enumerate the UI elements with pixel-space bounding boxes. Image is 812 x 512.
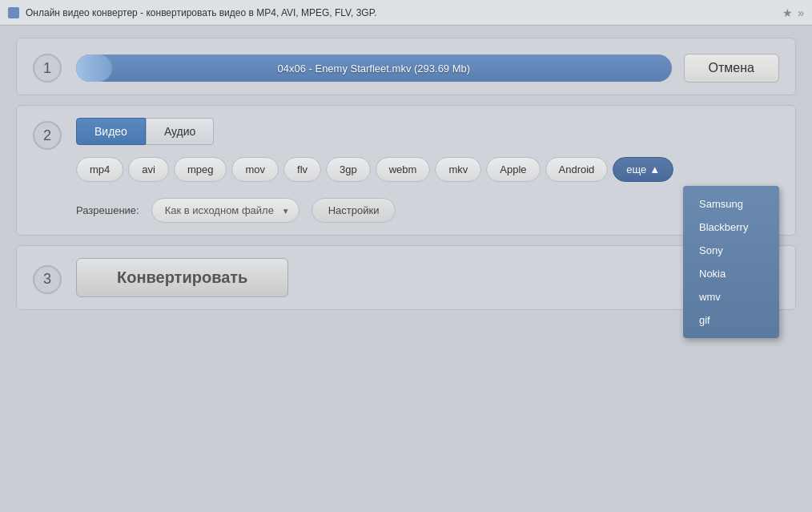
settings-button[interactable]: Настройки [312, 198, 396, 223]
browser-bar: Онлайн видео конвертер - конвертировать … [0, 0, 812, 26]
format-apple[interactable]: Apple [486, 157, 540, 182]
format-flv[interactable]: flv [283, 157, 321, 182]
format-webm[interactable]: webm [376, 157, 431, 182]
format-mp4[interactable]: mp4 [76, 157, 123, 182]
tab-video[interactable]: Видео [76, 118, 146, 145]
format-avi[interactable]: avi [128, 157, 169, 182]
convert-button[interactable]: Конвертировать [76, 258, 288, 297]
tab-audio[interactable]: Аудио [146, 118, 215, 145]
dropdown-nokia[interactable]: Nokia [683, 262, 779, 285]
format-row: mp4 avi mpeg mov flv 3gp webm mkv Apple … [76, 157, 779, 182]
star-icon[interactable]: ★ [782, 6, 793, 19]
step2-content: Видео Аудио mp4 avi mpeg mov flv 3gp web… [76, 118, 779, 223]
resolution-label: Разрешение: [76, 204, 139, 216]
resolution-row: Разрешение: Как в исходном файле Настрой… [76, 198, 779, 223]
format-mkv[interactable]: mkv [435, 157, 481, 182]
main-content: 1 04x06 - Enemy Starfleet.mkv (293.69 Mb… [0, 26, 812, 512]
format-3gp[interactable]: 3gp [326, 157, 371, 182]
dropdown-arrow-icon: ▲ [649, 163, 660, 175]
tab-icon [8, 7, 19, 18]
resolution-wrapper: Как в исходном файле [151, 198, 299, 223]
step1-section: 1 04x06 - Enemy Starfleet.mkv (293.69 Mb… [16, 38, 796, 95]
browser-title: Онлайн видео конвертер - конвертировать … [26, 7, 776, 18]
more-icon[interactable]: » [798, 6, 804, 19]
step2-number: 2 [33, 121, 62, 150]
more-label: еще [626, 163, 646, 175]
step1-content: 04x06 - Enemy Starfleet.mkv (293.69 Mb) … [76, 54, 779, 83]
dropdown-samsung[interactable]: Samsung [683, 192, 779, 216]
tabs-row: Видео Аудио [76, 118, 779, 145]
dropdown-wmv[interactable]: wmv [683, 285, 779, 308]
file-name: 04x06 - Enemy Starfleet.mkv (293.69 Mb) [277, 62, 470, 75]
step2-section: 2 Видео Аудио mp4 avi mpeg mov flv 3gp w… [16, 105, 796, 236]
dropdown-menu: Samsung Blackberry Sony Nokia wmv gif [683, 186, 779, 338]
more-button[interactable]: еще ▲ [613, 157, 673, 182]
format-mpeg[interactable]: mpeg [174, 157, 227, 182]
resolution-select[interactable]: Как в исходном файле [151, 198, 299, 223]
step3-section: 3 Конвертировать Pcyk.ru [16, 245, 796, 310]
progress-bar: 04x06 - Enemy Starfleet.mkv (293.69 Mb) [76, 54, 672, 82]
format-mov[interactable]: mov [231, 157, 279, 182]
dropdown-sony[interactable]: Sony [683, 239, 779, 262]
step3-number: 3 [33, 265, 62, 294]
dropdown-blackberry[interactable]: Blackberry [683, 216, 779, 239]
step1-number: 1 [33, 54, 62, 83]
format-android[interactable]: Android [545, 157, 609, 182]
cancel-button[interactable]: Отмена [684, 54, 779, 83]
dropdown-gif[interactable]: gif [683, 308, 779, 332]
